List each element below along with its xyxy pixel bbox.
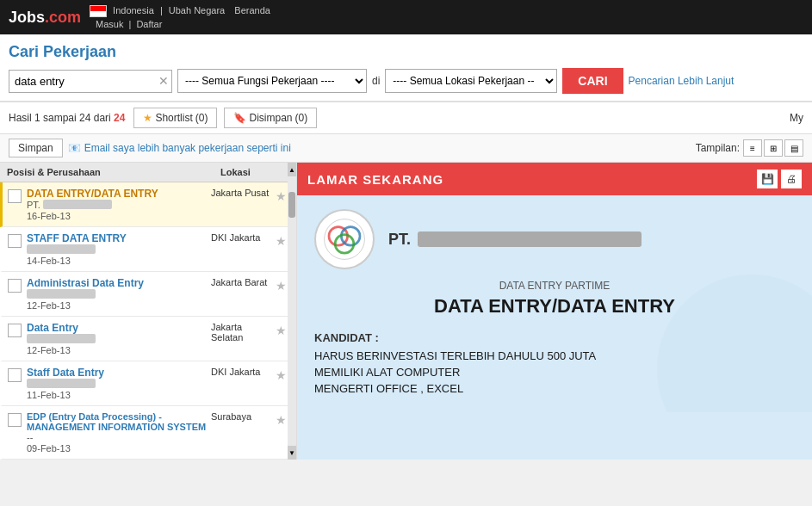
job-checkbox-5[interactable]	[8, 368, 22, 382]
company-blur-4	[27, 334, 96, 343]
job-title-2: STAFF DATA ENTRY	[27, 232, 211, 244]
scroll-up-arrow[interactable]: ▲	[288, 163, 296, 176]
apply-button[interactable]: LAMAR SEKARANG	[307, 172, 443, 187]
job-date-3: 12-Feb-13	[27, 300, 211, 311]
kandidat-label: KANDIDAT :	[314, 331, 795, 344]
home-link[interactable]: Beranda	[234, 5, 270, 15]
print-job-button[interactable]: 🖨	[781, 170, 802, 188]
table-row[interactable]: Staff Data Entry 11-Feb-13 DKI Jakarta ★	[0, 361, 296, 406]
country-label: Indonesia	[113, 5, 154, 15]
job-title-3: Administrasi Data Entry	[27, 277, 211, 289]
clear-icon[interactable]: ✕	[158, 74, 169, 88]
table-row[interactable]: DATA ENTRY/DATA ENTRY PT. 16-Feb-13 Jaka…	[0, 182, 296, 227]
job-list-panel: Posisi & Perusahaan Lokasi DATA ENTRY/DA…	[0, 163, 297, 460]
main-content: Posisi & Perusahaan Lokasi DATA ENTRY/DA…	[0, 163, 812, 460]
company-blur-5	[27, 379, 96, 388]
shortlist-label: Shortlist	[155, 112, 192, 124]
bookmark-icon: 🔖	[233, 112, 246, 124]
job-location-3: Jakarta Barat	[211, 277, 276, 287]
job-checkbox-1[interactable]	[8, 189, 22, 203]
job-date-1: 16-Feb-13	[27, 211, 211, 221]
header-nav: Masuk | Daftar	[93, 19, 270, 29]
job-info-6: EDP (Entry Data Processing) - MANAGEMENT…	[27, 411, 211, 454]
job-info-2: STAFF DATA ENTRY 14-Feb-13	[27, 232, 211, 266]
job-checkbox-6[interactable]	[8, 413, 22, 427]
job-company-4	[27, 334, 211, 344]
location-column-header: Lokasi	[220, 167, 289, 177]
view-buttons: ≡ ⊞ ▤	[743, 139, 803, 157]
job-checkbox-2[interactable]	[8, 234, 22, 248]
search-title: Cari Pekerjaan	[9, 43, 803, 61]
job-company-2	[27, 244, 211, 255]
job-info-1: DATA ENTRY/DATA ENTRY PT. 16-Feb-13	[27, 188, 211, 221]
keyword-wrap: ✕	[9, 70, 172, 93]
disimpan-count: (0)	[294, 112, 307, 124]
function-select[interactable]: ---- Semua Fungsi Pekerjaan ----	[177, 69, 367, 93]
logo: Jobs.com	[9, 9, 81, 27]
search-button[interactable]: CARI	[562, 68, 623, 94]
job-info-5: Staff Data Entry 11-Feb-13	[27, 367, 211, 400]
detail-action-icons: 💾 🖨	[757, 170, 802, 188]
login-link[interactable]: Masuk	[96, 19, 123, 29]
scrollbar[interactable]: ▲ ▼	[288, 163, 296, 460]
results-count: 24	[114, 112, 125, 124]
scroll-down-arrow[interactable]: ▼	[288, 446, 296, 460]
job-info-3: Administrasi Data Entry 12-Feb-13	[27, 277, 211, 311]
compact-view-button[interactable]: ▤	[784, 139, 803, 157]
job-checkbox-4[interactable]	[8, 324, 22, 337]
logo-tld: .com	[45, 9, 81, 26]
header-country-row: Indonesia | Ubah Negara Beranda	[90, 5, 270, 17]
table-row[interactable]: Data Entry 12-Feb-13 Jakarta Selatan ★	[0, 317, 296, 361]
flag-icon	[90, 5, 107, 17]
email-icon: 📧	[68, 142, 81, 154]
job-location-4: Jakarta Selatan	[211, 322, 276, 342]
company-name-area: PT.	[388, 231, 642, 249]
job-title-5: Staff Data Entry	[27, 367, 211, 379]
search-area: Cari Pekerjaan ✕ ---- Semua Fungsi Peker…	[0, 34, 812, 102]
job-checkbox-3[interactable]	[8, 279, 22, 293]
table-row[interactable]: EDP (Entry Data Processing) - MANAGEMENT…	[0, 406, 296, 460]
results-text: Hasil 1 sampai 24 dari 24	[9, 112, 125, 124]
job-title-1: DATA ENTRY/DATA ENTRY	[27, 188, 211, 200]
register-link[interactable]: Daftar	[136, 19, 162, 29]
shortlist-tab[interactable]: ★ Shortlist (0)	[133, 108, 217, 128]
action-bar: Simpan 📧 Email saya lebih banyak pekerja…	[0, 134, 812, 163]
company-name-blur	[418, 231, 642, 247]
save-button[interactable]: Simpan	[9, 139, 63, 157]
scroll-thumb[interactable]	[288, 192, 295, 218]
save-job-button[interactable]: 💾	[757, 170, 778, 188]
header: Jobs.com Indonesia | Ubah Negara Beranda…	[0, 0, 812, 34]
apply-button-row: LAMAR SEKARANG 💾 🖨	[297, 163, 812, 195]
job-date-4: 12-Feb-13	[27, 345, 211, 355]
job-type-label: DATA ENTRY PARTIME	[314, 280, 795, 292]
job-detail-panel: LAMAR SEKARANG 💾 🖨	[297, 163, 812, 460]
tampilan-label: Tampilan:	[696, 142, 740, 154]
job-date-6: 09-Feb-13	[27, 443, 211, 454]
position-column-header: Posisi & Perusahaan	[7, 167, 220, 177]
search-row: ✕ ---- Semua Fungsi Pekerjaan ---- di --…	[9, 68, 803, 94]
location-select[interactable]: ---- Semua Lokasi Pekerjaan --	[385, 69, 557, 93]
advanced-search-link[interactable]: Pencarian Lebih Lanjut	[629, 75, 735, 87]
job-detail-content: PT. DATA ENTRY PARTIME DATA ENTRY/DATA E…	[297, 195, 812, 412]
email-link[interactable]: 📧 Email saya lebih banyak pekerjaan sepe…	[68, 142, 291, 154]
table-row[interactable]: Administrasi Data Entry 12-Feb-13 Jakart…	[0, 272, 296, 317]
table-row[interactable]: STAFF DATA ENTRY 14-Feb-13 DKI Jakarta ★	[0, 227, 296, 272]
job-company-5	[27, 379, 211, 389]
keyword-input[interactable]	[9, 70, 172, 93]
saved-tab[interactable]: 🔖 Disimpan (0)	[224, 108, 317, 128]
company-blur-1	[43, 200, 112, 209]
job-title-4: Data Entry	[27, 322, 211, 334]
job-date-5: 11-Feb-13	[27, 390, 211, 400]
company-logo-svg	[321, 216, 368, 262]
email-label: Email saya lebih banyak pekerjaan sepert…	[84, 142, 291, 154]
logo-text: Jobs	[9, 9, 45, 26]
star-icon: ★	[143, 112, 152, 124]
disimpan-label: Disimpan	[249, 112, 292, 124]
di-label: di	[372, 75, 380, 87]
job-location-1: Jakarta Pusat	[211, 188, 276, 198]
grid-view-button[interactable]: ⊞	[764, 139, 783, 157]
list-view-button[interactable]: ≡	[743, 139, 762, 157]
job-date-2: 14-Feb-13	[27, 256, 211, 266]
company-logo-row: PT.	[314, 209, 795, 269]
change-country-link[interactable]: Ubah Negara	[169, 5, 225, 15]
